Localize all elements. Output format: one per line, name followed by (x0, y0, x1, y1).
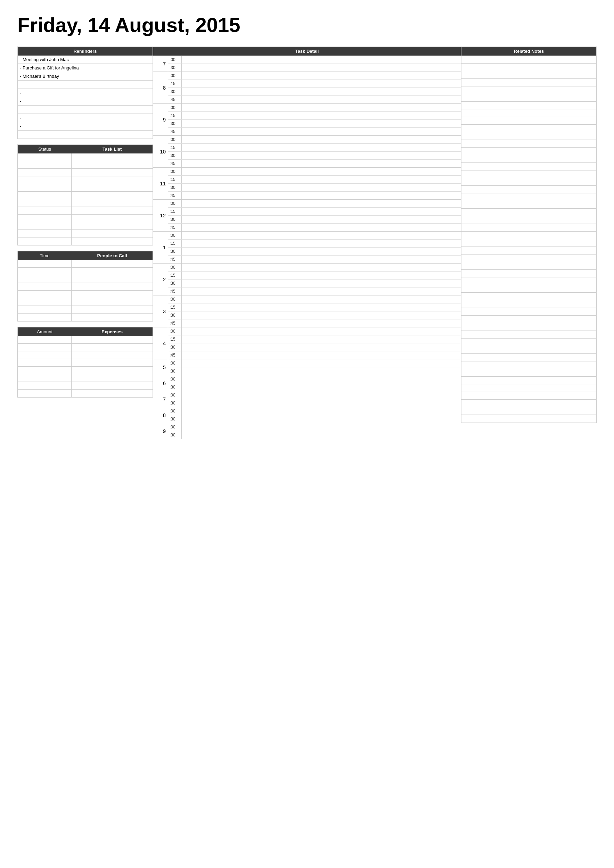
slot-detail[interactable] (181, 232, 461, 239)
expenses-amount-cell[interactable] (18, 367, 72, 374)
expenses-desc-cell[interactable] (72, 389, 152, 397)
slot-detail[interactable] (181, 88, 461, 96)
note-row[interactable] (462, 102, 596, 109)
note-row[interactable] (462, 400, 596, 407)
note-row[interactable] (462, 361, 596, 369)
tasklist-status-cell[interactable] (18, 230, 72, 237)
slot-detail[interactable] (181, 112, 461, 119)
peoplecall-time-cell[interactable] (18, 298, 72, 305)
note-row[interactable] (462, 186, 596, 194)
peoplecall-name-cell[interactable] (72, 298, 152, 305)
slot-detail[interactable] (181, 423, 461, 431)
note-row[interactable] (462, 262, 596, 270)
slot-detail[interactable] (181, 200, 461, 207)
note-row[interactable] (462, 232, 596, 239)
slot-detail[interactable] (181, 351, 461, 359)
slot-detail[interactable] (181, 160, 461, 167)
slot-detail[interactable] (181, 391, 461, 399)
expenses-amount-cell[interactable] (18, 374, 72, 381)
expenses-desc-cell[interactable] (72, 359, 152, 366)
note-row[interactable] (462, 285, 596, 293)
slot-detail[interactable] (181, 399, 461, 407)
note-row[interactable] (462, 109, 596, 117)
slot-detail[interactable] (181, 383, 461, 391)
note-row[interactable] (462, 194, 596, 201)
note-row[interactable] (462, 79, 596, 87)
peoplecall-name-cell[interactable] (72, 275, 152, 283)
expenses-desc-cell[interactable] (72, 374, 152, 381)
note-row[interactable] (462, 415, 596, 423)
slot-detail[interactable] (181, 208, 461, 215)
note-row[interactable] (462, 87, 596, 94)
expenses-desc-cell[interactable] (72, 367, 152, 374)
slot-detail[interactable] (181, 240, 461, 247)
slot-detail[interactable] (181, 279, 461, 287)
tasklist-status-cell[interactable] (18, 199, 72, 206)
tasklist-task-cell[interactable] (72, 230, 152, 237)
slot-detail[interactable] (181, 72, 461, 79)
peoplecall-time-cell[interactable] (18, 291, 72, 298)
slot-detail[interactable] (181, 64, 461, 71)
tasklist-status-cell[interactable] (18, 207, 72, 214)
note-row[interactable] (462, 316, 596, 323)
note-row[interactable] (462, 300, 596, 308)
tasklist-task-cell[interactable] (72, 199, 152, 206)
note-row[interactable] (462, 125, 596, 132)
tasklist-status-cell[interactable] (18, 222, 72, 229)
note-row[interactable] (462, 331, 596, 338)
note-row[interactable] (462, 254, 596, 262)
tasklist-task-cell[interactable] (72, 192, 152, 199)
tasklist-status-cell[interactable] (18, 192, 72, 199)
slot-detail[interactable] (181, 96, 461, 104)
slot-detail[interactable] (181, 168, 461, 175)
note-row[interactable] (462, 201, 596, 209)
tasklist-task-cell[interactable] (72, 169, 152, 176)
expenses-amount-cell[interactable] (18, 382, 72, 389)
note-row[interactable] (462, 64, 596, 71)
slot-detail[interactable] (181, 296, 461, 303)
peoplecall-time-cell[interactable] (18, 268, 72, 275)
slot-detail[interactable] (181, 375, 461, 383)
expenses-desc-cell[interactable] (72, 336, 152, 343)
slot-detail[interactable] (181, 415, 461, 423)
tasklist-status-cell[interactable] (18, 184, 72, 191)
slot-detail[interactable] (181, 319, 461, 327)
note-row[interactable] (462, 224, 596, 232)
slot-detail[interactable] (181, 360, 461, 367)
note-row[interactable] (462, 247, 596, 254)
slot-detail[interactable] (181, 327, 461, 335)
note-row[interactable] (462, 293, 596, 300)
tasklist-task-cell[interactable] (72, 153, 152, 161)
note-row[interactable] (462, 354, 596, 361)
tasklist-task-cell[interactable] (72, 222, 152, 229)
slot-detail[interactable] (181, 256, 461, 263)
expenses-amount-cell[interactable] (18, 351, 72, 359)
note-row[interactable] (462, 384, 596, 392)
peoplecall-name-cell[interactable] (72, 283, 152, 290)
slot-detail[interactable] (181, 264, 461, 271)
note-row[interactable] (462, 239, 596, 247)
peoplecall-time-cell[interactable] (18, 260, 72, 267)
slot-detail[interactable] (181, 335, 461, 343)
peoplecall-time-cell[interactable] (18, 306, 72, 313)
expenses-amount-cell[interactable] (18, 344, 72, 351)
slot-detail[interactable] (181, 80, 461, 87)
slot-detail[interactable] (181, 223, 461, 231)
tasklist-status-cell[interactable] (18, 177, 72, 184)
slot-detail[interactable] (181, 192, 461, 199)
slot-detail[interactable] (181, 271, 461, 279)
slot-detail[interactable] (181, 136, 461, 143)
note-row[interactable] (462, 140, 596, 147)
expenses-amount-cell[interactable] (18, 389, 72, 397)
tasklist-task-cell[interactable] (72, 184, 152, 191)
note-row[interactable] (462, 117, 596, 125)
note-row[interactable] (462, 377, 596, 384)
note-row[interactable] (462, 147, 596, 155)
note-row[interactable] (462, 132, 596, 140)
peoplecall-name-cell[interactable] (72, 268, 152, 275)
peoplecall-time-cell[interactable] (18, 275, 72, 283)
slot-detail[interactable] (181, 56, 461, 64)
note-row[interactable] (462, 338, 596, 346)
tasklist-task-cell[interactable] (72, 177, 152, 184)
expenses-desc-cell[interactable] (72, 344, 152, 351)
